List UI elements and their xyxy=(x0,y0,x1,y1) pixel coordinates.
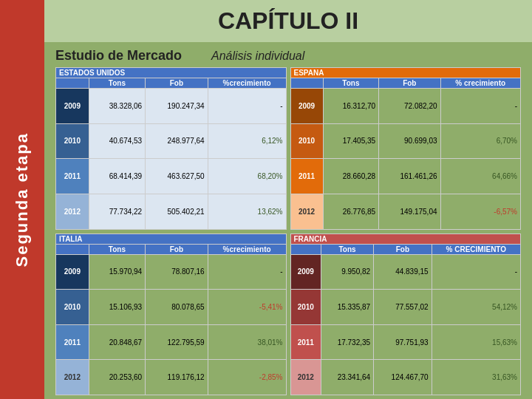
cell-tons: 16.312,70 xyxy=(323,89,379,124)
cell-fob: 44.839,15 xyxy=(374,254,432,290)
table-row: 201015.335,8777.557,0254,12% xyxy=(290,290,521,325)
cell-pct: - xyxy=(440,89,520,124)
table-row: 201128.660,28161.461,2664,66% xyxy=(290,159,521,194)
table-row: 200915.970,9478.807,16- xyxy=(56,254,287,290)
cell-pct: -5,41% xyxy=(208,290,286,325)
cell-fob: 97.751,93 xyxy=(374,324,432,360)
col-year-francia xyxy=(290,244,321,254)
cell-year: 2009 xyxy=(290,254,321,290)
table-row: 201015.106,9380.078,65-5,41% xyxy=(56,290,287,325)
cell-pct: 54,12% xyxy=(432,290,520,325)
cell-year: 2011 xyxy=(290,159,323,194)
cell-year: 2010 xyxy=(56,123,89,159)
cell-tons: 26.776,85 xyxy=(323,194,379,229)
page-title: CAPÍTULO II xyxy=(218,7,358,34)
table-row: 201040.674,53248.977,646,12% xyxy=(56,123,287,159)
table-estados-unidos: ESTADOS UNIDOS Tons Fob %crecimiento 200… xyxy=(55,67,287,230)
cell-year: 2011 xyxy=(290,324,321,360)
cell-tons: 40.674,53 xyxy=(89,123,146,159)
subtitle-estudio: Estudio de Mercado xyxy=(55,48,182,64)
col-year-italia xyxy=(56,244,89,254)
table-francia: FRANCIA Tons Fob % CRECIMIENTO 20099.950… xyxy=(290,233,522,396)
col-fob-italia: Fob xyxy=(146,244,208,254)
col-pct-italia: %crecimiento xyxy=(208,244,286,254)
cell-year: 2012 xyxy=(290,194,323,229)
col-fob-francia: Fob xyxy=(374,244,432,254)
cell-fob: 90.699,03 xyxy=(379,123,440,159)
cell-tons: 15.106,93 xyxy=(89,290,146,325)
cell-fob: 124.467,70 xyxy=(374,360,432,395)
cell-year: 2012 xyxy=(56,194,89,229)
cell-tons: 20.253,60 xyxy=(89,360,146,395)
cell-fob: 122.795,59 xyxy=(146,324,208,360)
col-fob-espana: Fob xyxy=(379,78,440,89)
cell-fob: 505.402,21 xyxy=(146,194,208,229)
col-year-eu xyxy=(56,78,89,89)
cell-year: 2012 xyxy=(290,360,321,395)
table-row: 201117.732,3597.751,9315,63% xyxy=(290,324,521,360)
cell-tons: 38.328,06 xyxy=(89,89,146,124)
col-pct-eu: %crecimiento xyxy=(208,78,286,89)
col-fob-eu: Fob xyxy=(146,78,208,89)
cell-fob: 119.176,12 xyxy=(146,360,208,395)
cell-fob: 80.078,65 xyxy=(146,290,208,325)
cell-fob: 190.247,34 xyxy=(146,89,208,124)
table-header-eu: ESTADOS UNIDOS xyxy=(56,68,287,78)
col-tons-eu: Tons xyxy=(89,78,146,89)
table-header-italia: ITALIA xyxy=(56,233,287,244)
cell-fob: 78.807,16 xyxy=(146,254,208,290)
col-year-espana xyxy=(290,78,323,89)
cell-pct: - xyxy=(208,89,286,124)
cell-tons: 17.405,35 xyxy=(323,123,379,159)
cell-year: 2011 xyxy=(56,159,89,194)
cell-year: 2010 xyxy=(290,290,321,325)
table-row: 201226.776,85149.175,04-6,57% xyxy=(290,194,521,229)
cell-pct: 31,63% xyxy=(432,360,520,395)
col-tons-italia: Tons xyxy=(89,244,146,254)
cell-year: 2010 xyxy=(290,123,323,159)
table-row: 201220.253,60119.176,12-2,85% xyxy=(56,360,287,395)
cell-pct: -2,85% xyxy=(208,360,286,395)
cell-pct: - xyxy=(432,254,520,290)
cell-fob: 77.557,02 xyxy=(374,290,432,325)
cell-pct: 13,62% xyxy=(208,194,286,229)
content-area: CAPÍTULO II Estudio de Mercado Análisis … xyxy=(44,0,532,399)
cell-tons: 15.335,87 xyxy=(321,290,374,325)
table-espana: ESPANA Tons Fob % crecimiento 200916.312… xyxy=(290,67,522,230)
cell-year: 2009 xyxy=(56,89,89,124)
col-pct-espana: % crecimiento xyxy=(440,78,520,89)
cell-tons: 20.848,67 xyxy=(89,324,146,360)
cell-tons: 15.970,94 xyxy=(89,254,146,290)
cell-tons: 9.950,82 xyxy=(321,254,374,290)
cell-pct: 68,20% xyxy=(208,159,286,194)
subtitle-analisis: Análisis individual xyxy=(211,50,304,63)
cell-fob: 248.977,64 xyxy=(146,123,208,159)
subtitle-area: Estudio de Mercado Análisis individual xyxy=(44,42,532,67)
table-row: 201277.734,22505.402,2113,62% xyxy=(56,194,287,229)
sidebar-label: Segunda etapa xyxy=(13,132,32,267)
cell-tons: 77.734,22 xyxy=(89,194,146,229)
table-header-francia: FRANCIA xyxy=(290,233,521,244)
table-row: 200916.312,7072.082,20- xyxy=(290,89,521,124)
cell-year: 2009 xyxy=(290,89,323,124)
cell-tons: 17.732,35 xyxy=(321,324,374,360)
cell-year: 2010 xyxy=(56,290,89,325)
cell-tons: 23.341,64 xyxy=(321,360,374,395)
cell-pct: - xyxy=(208,254,286,290)
cell-fob: 72.082,20 xyxy=(379,89,440,124)
col-pct-francia: % CRECIMIENTO xyxy=(432,244,520,254)
col-tons-francia: Tons xyxy=(321,244,374,254)
main-container: Segunda etapa CAPÍTULO II Estudio de Mer… xyxy=(0,0,532,399)
table-row: 201168.414,39463.627,5068,20% xyxy=(56,159,287,194)
table-row: 20099.950,8244.839,15- xyxy=(290,254,521,290)
cell-tons: 28.660,28 xyxy=(323,159,379,194)
cell-fob: 149.175,04 xyxy=(379,194,440,229)
table-italia: ITALIA Tons Fob %crecimiento 200915.970,… xyxy=(55,233,287,396)
table-row: 200938.328,06190.247,34- xyxy=(56,89,287,124)
table-row: 201120.848,67122.795,5938,01% xyxy=(56,324,287,360)
cell-pct: 6,70% xyxy=(440,123,520,159)
cell-year: 2011 xyxy=(56,324,89,360)
table-row: 201017.405,3590.699,036,70% xyxy=(290,123,521,159)
cell-pct: 64,66% xyxy=(440,159,520,194)
cell-fob: 463.627,50 xyxy=(146,159,208,194)
